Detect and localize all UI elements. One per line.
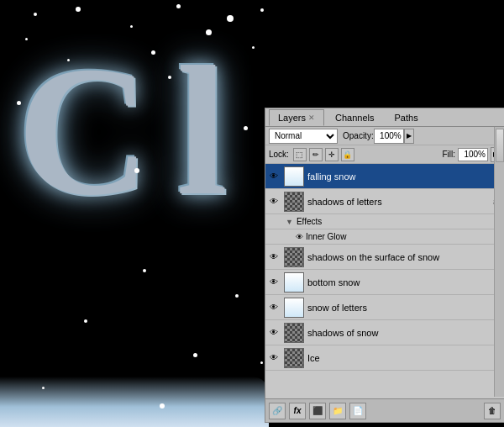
eye-icon-5[interactable]: 👁: [267, 301, 281, 314]
layer-item-shadows-surface[interactable]: 👁 shadows on the surface of snow: [265, 245, 504, 270]
new-fill-layer-btn[interactable]: ⬛: [309, 403, 326, 419]
lock-fill-row: Lock: ⬚ ✏ ✛ 🔒 Fill: ▶: [265, 145, 504, 164]
lock-position-btn[interactable]: ✛: [325, 148, 339, 161]
tab-channels-label: Channels: [335, 113, 374, 123]
blend-opacity-row: Normal Opacity: ▶: [265, 127, 504, 145]
snow-particle: [130, 25, 133, 28]
layer-thumb-2: [284, 192, 304, 212]
opacity-input[interactable]: [374, 129, 404, 144]
snow-particle: [134, 168, 139, 173]
lock-paint-btn[interactable]: ✏: [309, 148, 323, 161]
fx-btn[interactable]: fx: [289, 403, 306, 419]
snow-particle: [260, 361, 263, 364]
layer-item-snow-letters[interactable]: 👁 snow of letters: [265, 295, 504, 320]
opacity-label: Opacity:: [343, 131, 374, 140]
layer-name-2: shadows of letters: [307, 197, 493, 207]
letter-c: C: [17, 25, 150, 238]
snow-particle: [17, 101, 21, 105]
layer-thumb-4: [284, 272, 304, 293]
layer-name-7: Ice: [307, 353, 502, 363]
eye-icon-1[interactable]: 👁: [267, 170, 281, 183]
snow-particle: [260, 8, 264, 12]
layer-item-shadows-letters[interactable]: 👁 shadows of letters fx: [265, 189, 504, 214]
snow-particle: [76, 7, 81, 12]
layer-item-bottom-snow[interactable]: 👁 bottom snow: [265, 270, 504, 295]
eye-icon-7[interactable]: 👁: [267, 351, 281, 365]
layer-thumb-3: [284, 247, 304, 267]
effects-header: ▼ Effects: [265, 214, 504, 229]
lock-label: Lock:: [269, 150, 289, 159]
tab-layers[interactable]: Layers ✕: [269, 109, 324, 126]
layer-name-1: falling snow: [307, 171, 502, 182]
snow-particle: [206, 29, 212, 35]
main-container: C l Layers ✕: [0, 0, 504, 427]
tab-channels[interactable]: Channels: [326, 109, 383, 126]
snow-particle: [176, 4, 181, 8]
snow-particle: [193, 353, 197, 357]
snow-particle: [25, 38, 28, 40]
scrollbar-thumb[interactable]: [496, 129, 504, 162]
snow-particle: [235, 294, 239, 298]
bottom-toolbar: 🔗 fx ⬛ 📁 📄 🗑: [265, 398, 504, 422]
effects-label: Effects: [297, 217, 322, 226]
layer-thumb-6: [284, 323, 304, 343]
snow-particle: [168, 76, 171, 79]
tab-paths-label: Paths: [395, 113, 418, 123]
layer-name-6: shadows of snow: [307, 328, 502, 338]
lock-transparent-btn[interactable]: ⬚: [293, 148, 307, 161]
panel-scrollbar[interactable]: [494, 127, 504, 397]
inner-glow-label: Inner Glow: [306, 232, 346, 241]
eye-icon-2[interactable]: 👁: [267, 195, 281, 208]
tab-bar: Layers ✕ Channels Paths: [265, 108, 504, 127]
inner-glow-item[interactable]: 👁 Inner Glow: [265, 229, 504, 245]
eye-icon-4[interactable]: 👁: [267, 276, 281, 289]
snow-particle: [227, 15, 234, 22]
eye-icon-6[interactable]: 👁: [267, 326, 281, 340]
layers-list: 👁 falling snow 👁 shadows of letters fx ▼…: [265, 164, 504, 398]
snow-particle: [244, 126, 248, 130]
layer-name-5: snow of letters: [307, 303, 502, 313]
letter-l: l: [176, 25, 228, 238]
layer-item-shadows-snow[interactable]: 👁 shadows of snow: [265, 320, 504, 345]
fill-label: Fill:: [442, 150, 455, 159]
snow-particle: [84, 319, 87, 323]
tab-layers-label: Layers: [278, 113, 306, 123]
layer-thumb-5: [284, 298, 304, 318]
link-layers-btn[interactable]: 🔗: [269, 403, 286, 419]
snow-ground: [0, 377, 269, 427]
delete-layer-btn[interactable]: 🗑: [484, 403, 501, 419]
layer-thumb-7: [284, 348, 304, 368]
snow-particle: [143, 269, 146, 272]
layer-item-falling-snow[interactable]: 👁 falling snow: [265, 164, 504, 189]
new-layer-btn[interactable]: 📄: [349, 403, 366, 419]
fill-input[interactable]: [458, 148, 488, 161]
snow-particle: [34, 13, 37, 16]
lock-all-btn[interactable]: 🔒: [341, 148, 354, 161]
snow-particle: [42, 387, 45, 389]
eye-icon-3[interactable]: 👁: [267, 250, 281, 264]
opacity-arrow[interactable]: ▶: [404, 129, 414, 144]
layer-name-4: bottom snow: [307, 277, 502, 287]
layer-thumb-1: [284, 166, 304, 187]
snow-particle: [67, 59, 70, 61]
new-group-btn[interactable]: 📁: [329, 403, 346, 419]
layer-item-ice[interactable]: 👁 Ice: [265, 345, 504, 371]
blend-mode-select[interactable]: Normal: [269, 129, 338, 144]
layers-panel: Layers ✕ Channels Paths Normal Opacity: …: [265, 108, 504, 423]
snow-particle: [160, 403, 165, 409]
snow-particle: [151, 50, 155, 55]
tab-paths[interactable]: Paths: [386, 109, 428, 126]
snow-particle: [252, 46, 255, 49]
tab-layers-close[interactable]: ✕: [308, 113, 315, 122]
layer-name-3: shadows on the surface of snow: [307, 252, 502, 262]
